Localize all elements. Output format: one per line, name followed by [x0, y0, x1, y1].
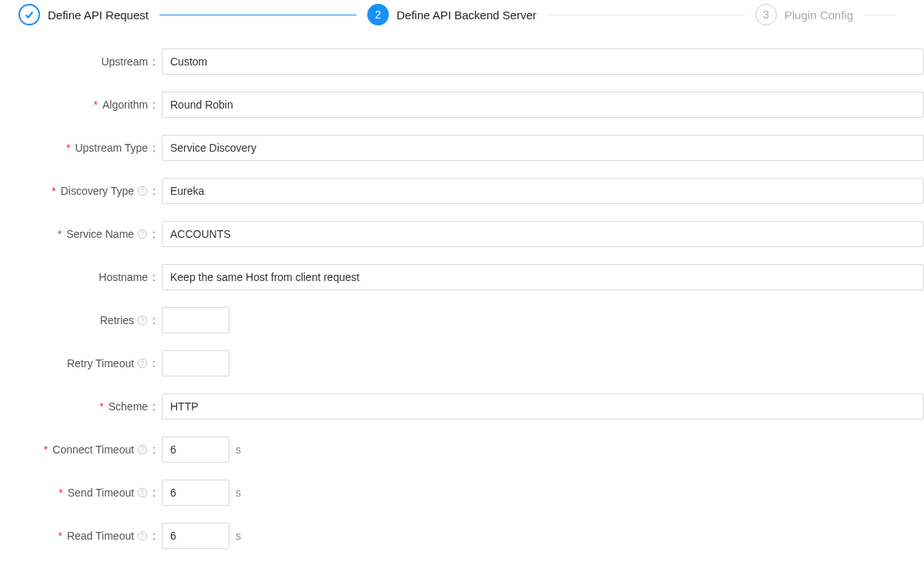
step-3-circle: 3 [755, 4, 777, 25]
help-icon[interactable] [137, 315, 148, 326]
step-1[interactable]: Define API Request [18, 4, 149, 25]
step-1-label: Define API Request [48, 8, 149, 22]
hostname-select[interactable]: Keep the same Host from client request [162, 264, 924, 290]
help-icon[interactable] [137, 358, 148, 369]
label-upstream: Upstream: [0, 55, 162, 68]
step-3-label: Plugin Config [785, 8, 853, 22]
unit-label: s [236, 443, 241, 456]
row-hostname: Hostname: Keep the same Host from client… [0, 264, 924, 290]
label-retries: Retries : [0, 314, 162, 326]
row-discovery-type: * Discovery Type : Eureka [0, 178, 924, 204]
wizard-stepper: Define API Request 2 Define API Backend … [0, 4, 924, 49]
svg-point-9 [142, 451, 142, 452]
label-discovery-type: * Discovery Type : [0, 185, 162, 197]
row-service-name: * Service Name : [0, 221, 924, 247]
discovery-type-select[interactable]: Eureka [162, 178, 924, 204]
row-algorithm: * Algorithm: Round Robin [0, 92, 924, 118]
retry-timeout-input[interactable] [162, 350, 229, 376]
service-name-input[interactable] [162, 221, 924, 247]
row-send-timeout: * Send Timeout : s [0, 480, 924, 506]
step-2-label: Define API Backend Server [397, 8, 537, 22]
unit-label: s [236, 487, 241, 499]
row-upstream-type: * Upstream Type: Service Discovery [0, 135, 924, 161]
connect-timeout-input[interactable] [162, 437, 229, 463]
label-retry-timeout: Retry Timeout : [0, 357, 162, 370]
upstream-type-select[interactable]: Service Discovery [162, 135, 924, 161]
help-icon[interactable] [137, 487, 148, 498]
svg-point-1 [142, 192, 142, 193]
unit-label: s [236, 530, 241, 542]
svg-point-7 [142, 365, 142, 366]
label-send-timeout: * Send Timeout : [0, 487, 162, 499]
check-icon [24, 9, 35, 20]
svg-point-11 [142, 494, 142, 495]
send-timeout-input[interactable] [162, 480, 229, 506]
label-service-name: * Service Name : [0, 228, 162, 240]
label-scheme: * Scheme: [0, 400, 162, 413]
read-timeout-input[interactable] [162, 523, 229, 549]
row-scheme: * Scheme: HTTP [0, 393, 924, 420]
help-icon[interactable] [137, 444, 148, 455]
row-read-timeout: * Read Timeout : s [0, 523, 924, 549]
label-upstream-type: * Upstream Type: [0, 142, 162, 154]
help-icon[interactable] [137, 186, 148, 196]
svg-point-13 [142, 537, 142, 538]
step-connector-1 [159, 15, 357, 15]
algorithm-select[interactable]: Round Robin [162, 92, 924, 118]
row-connect-timeout: * Connect Timeout : s [0, 437, 924, 463]
help-icon[interactable] [137, 229, 148, 239]
svg-point-3 [142, 236, 142, 236]
label-connect-timeout: * Connect Timeout : [0, 443, 162, 456]
step-2-number: 2 [375, 8, 381, 21]
step-1-circle [18, 4, 40, 25]
step-3[interactable]: 3 Plugin Config [755, 4, 853, 25]
step-connector-2 [547, 15, 745, 15]
row-upstream: Upstream: Custom [0, 49, 924, 75]
step-2[interactable]: 2 Define API Backend Server [367, 4, 537, 25]
step-connector-3 [864, 15, 895, 15]
row-retries: Retries : [0, 307, 924, 333]
label-hostname: Hostname: [0, 271, 162, 283]
upstream-select[interactable]: Custom [162, 49, 924, 75]
backend-server-form: Upstream: Custom * Algorithm: Round Robi… [0, 49, 924, 549]
help-icon[interactable] [137, 530, 148, 541]
svg-point-5 [142, 322, 142, 323]
row-retry-timeout: Retry Timeout : [0, 350, 924, 376]
step-2-circle: 2 [367, 4, 389, 25]
step-3-number: 3 [763, 8, 769, 21]
scheme-select[interactable]: HTTP [162, 393, 924, 420]
label-read-timeout: * Read Timeout : [0, 530, 162, 542]
retries-input[interactable] [162, 307, 229, 333]
label-algorithm: * Algorithm: [0, 99, 162, 111]
